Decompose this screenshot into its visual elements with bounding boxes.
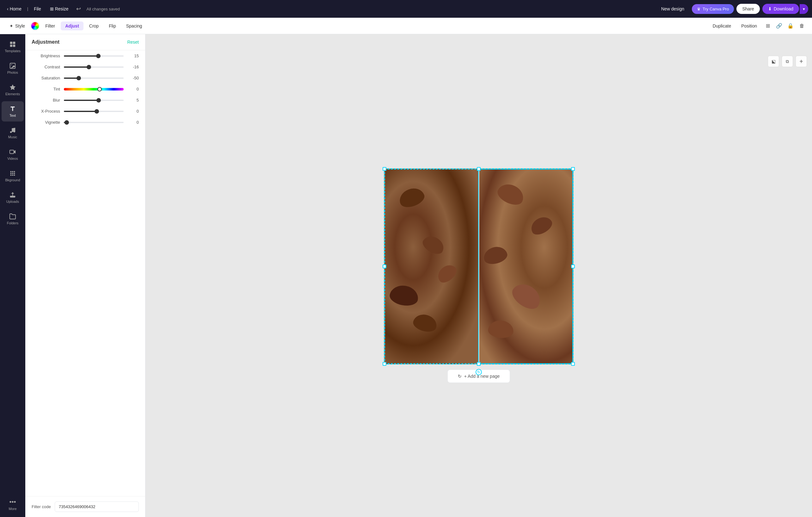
sidebar-item-text[interactable]: Text bbox=[2, 101, 24, 121]
coffee-image-left[interactable] bbox=[384, 169, 480, 364]
vignette-thumb[interactable] bbox=[64, 120, 69, 125]
download-dropdown-button[interactable]: ▾ bbox=[800, 4, 808, 14]
blur-fill bbox=[64, 100, 99, 101]
handle-bottom-left[interactable] bbox=[383, 362, 386, 366]
crop-button[interactable]: Crop bbox=[85, 22, 103, 30]
brightness-thumb[interactable] bbox=[96, 54, 100, 58]
flip-button[interactable]: Flip bbox=[104, 22, 120, 30]
bean-decor bbox=[487, 320, 514, 339]
share-button[interactable]: Share bbox=[736, 4, 759, 14]
svg-rect-3 bbox=[13, 45, 15, 47]
download-button[interactable]: ⬇ Download bbox=[762, 4, 799, 14]
vignette-label: Vignette bbox=[32, 120, 60, 125]
filter-code-row: Filter code bbox=[32, 501, 139, 512]
xprocess-slider[interactable] bbox=[64, 111, 124, 112]
elements-label: Elements bbox=[5, 92, 20, 96]
secondary-toolbar: ✦ Style Filter Adjust Crop Flip Spacing … bbox=[0, 18, 812, 34]
tint-label: Tint bbox=[32, 87, 60, 91]
folders-label: Folders bbox=[7, 221, 19, 225]
xprocess-value: 0 bbox=[127, 109, 139, 114]
vignette-slider[interactable] bbox=[64, 122, 124, 123]
filter-button[interactable]: Filter bbox=[41, 22, 59, 30]
spacing-button[interactable]: Spacing bbox=[122, 22, 147, 30]
coffee-image-right[interactable] bbox=[478, 169, 573, 364]
position-button[interactable]: Position bbox=[737, 22, 761, 30]
resize-label: Resize bbox=[55, 6, 68, 11]
brightness-slider[interactable] bbox=[64, 55, 124, 57]
tint-slider[interactable] bbox=[64, 88, 124, 90]
add-element-icon[interactable]: + bbox=[795, 56, 807, 67]
sidebar-item-folders[interactable]: Folders bbox=[2, 209, 24, 229]
sidebar-item-music[interactable]: Music bbox=[2, 123, 24, 143]
filter-code-input[interactable] bbox=[55, 501, 139, 512]
download-wrapper: ⬇ Download ▾ bbox=[762, 4, 808, 14]
design-canvas[interactable]: ↻ bbox=[384, 168, 574, 364]
bean-decor bbox=[420, 233, 447, 257]
main-content: Templates Photos Elements Text Music Vid… bbox=[0, 34, 812, 517]
saturation-thumb[interactable] bbox=[77, 76, 81, 80]
bean-decor bbox=[434, 261, 459, 285]
blur-slider[interactable] bbox=[64, 100, 124, 101]
handle-middle-left[interactable] bbox=[383, 265, 386, 268]
try-pro-button[interactable]: ♛ Try Canva Pro bbox=[692, 4, 734, 14]
svg-point-5 bbox=[11, 64, 12, 65]
sidebar-item-more[interactable]: ••• More bbox=[2, 494, 24, 514]
copy-to-page-icon[interactable]: ⬕ bbox=[768, 56, 779, 67]
adjust-button[interactable]: Adjust bbox=[61, 22, 84, 30]
blur-thumb[interactable] bbox=[96, 98, 101, 103]
filter-label: Filter bbox=[45, 23, 55, 28]
separator: | bbox=[27, 7, 28, 11]
contrast-thumb[interactable] bbox=[87, 65, 91, 69]
duplicate-canvas-icon[interactable]: ⧉ bbox=[782, 56, 793, 67]
delete-icon[interactable]: 🗑 bbox=[797, 21, 807, 31]
sidebar-item-videos[interactable]: Videos bbox=[2, 144, 24, 165]
sidebar-item-photos[interactable]: Photos bbox=[2, 58, 24, 79]
photos-label: Photos bbox=[7, 71, 18, 74]
handle-top-middle[interactable] bbox=[477, 167, 481, 171]
xprocess-row: X-Process 0 bbox=[25, 106, 145, 117]
handle-bottom-middle[interactable] bbox=[477, 362, 481, 366]
sidebar-item-elements[interactable]: Elements bbox=[2, 80, 24, 100]
grid-icon[interactable]: ⊞ bbox=[763, 21, 773, 31]
saturation-slider[interactable] bbox=[64, 78, 124, 79]
color-picker-button[interactable] bbox=[31, 22, 39, 30]
bean-decor bbox=[397, 185, 427, 210]
handle-top-right[interactable] bbox=[571, 167, 575, 171]
home-button[interactable]: ‹ Home bbox=[4, 4, 25, 13]
add-page-label: + Add a new page bbox=[464, 374, 500, 379]
handle-top-left[interactable] bbox=[383, 167, 386, 171]
contrast-slider[interactable] bbox=[64, 66, 124, 68]
resize-button[interactable]: ⊞ Resize bbox=[47, 4, 72, 13]
handle-middle-right[interactable] bbox=[571, 265, 575, 268]
contrast-label: Contrast bbox=[32, 64, 60, 69]
rotate-handle[interactable]: ↻ bbox=[475, 369, 482, 375]
sidebar-item-templates[interactable]: Templates bbox=[2, 37, 24, 57]
folders-icon bbox=[9, 213, 16, 220]
reset-button[interactable]: Reset bbox=[127, 39, 139, 45]
vignette-value: 0 bbox=[127, 120, 139, 125]
bean-decor bbox=[388, 283, 419, 308]
xprocess-fill bbox=[64, 111, 97, 112]
panel-title: Adjustment bbox=[32, 39, 59, 45]
panel-footer: Filter code bbox=[25, 496, 145, 517]
chevron-left-icon: ‹ bbox=[7, 6, 8, 11]
new-design-button[interactable]: New design bbox=[656, 4, 689, 13]
download-icon: ⬇ bbox=[768, 6, 772, 11]
sidebar-item-uploads[interactable]: Uploads bbox=[2, 187, 24, 208]
svg-rect-1 bbox=[13, 42, 15, 44]
handle-bottom-right[interactable] bbox=[571, 362, 575, 366]
background-icon bbox=[9, 170, 16, 177]
xprocess-thumb[interactable] bbox=[94, 109, 99, 114]
link-icon[interactable]: 🔗 bbox=[774, 21, 784, 31]
file-menu[interactable]: File bbox=[31, 4, 44, 13]
download-label: Download bbox=[774, 6, 793, 11]
style-button[interactable]: ✦ Style bbox=[5, 22, 29, 30]
undo-button[interactable]: ↩ bbox=[74, 3, 83, 14]
duplicate-button[interactable]: Duplicate bbox=[708, 22, 735, 30]
sidebar-item-background[interactable]: Bkground bbox=[2, 166, 24, 186]
duplicate-label: Duplicate bbox=[713, 23, 731, 28]
svg-point-6 bbox=[10, 131, 12, 133]
home-label: Home bbox=[10, 6, 22, 11]
lock-icon[interactable]: 🔒 bbox=[785, 21, 795, 31]
tint-thumb[interactable] bbox=[97, 87, 102, 91]
